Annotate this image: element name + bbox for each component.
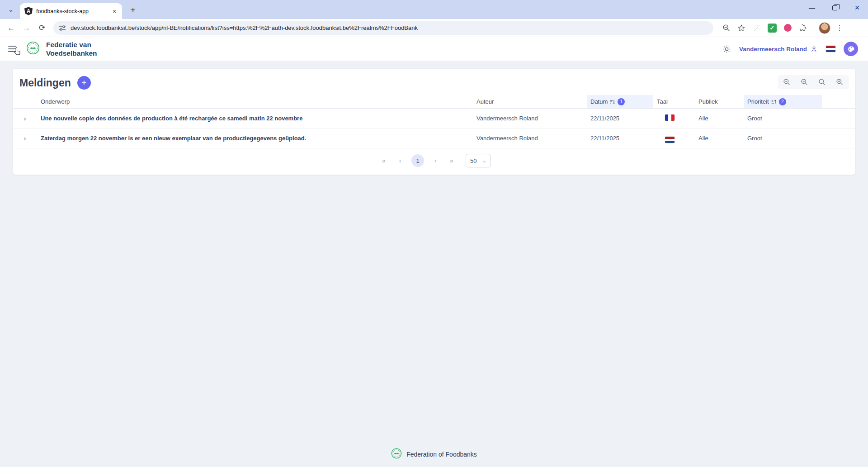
extension-wand-icon[interactable]	[750, 22, 763, 34]
notifications-card: Meldingen + Onderwerp Auteur Datum 1	[13, 69, 855, 175]
page-title: Meldingen	[19, 77, 71, 89]
profile-avatar[interactable]	[819, 22, 830, 34]
cell-date: 22/11/2025	[587, 112, 653, 124]
tab-close-icon[interactable]: ×	[110, 7, 118, 15]
palette-icon	[847, 45, 855, 53]
first-page-button[interactable]: «	[377, 154, 391, 167]
app-footer: Federation of Foodbanks	[0, 448, 868, 461]
rows-per-page-dropdown[interactable]: 50 ⌄	[466, 154, 491, 167]
dutch-flag-icon	[665, 137, 675, 143]
cell-author: Vandermeersch Roland	[473, 132, 587, 144]
zoom-decrease-icon[interactable]	[801, 78, 808, 86]
cell-date: 22/11/2025	[587, 132, 653, 144]
tab-title: foodbanks-stock-app	[36, 8, 107, 14]
cell-priority: Groot	[744, 112, 822, 124]
column-header-publiek[interactable]: Publiek	[695, 95, 744, 108]
page-background: Meldingen + Onderwerp Auteur Datum 1	[0, 61, 868, 467]
bookmark-star-icon[interactable]	[735, 22, 748, 34]
reload-button[interactable]: ⟳	[35, 21, 49, 35]
actions-column-header	[822, 95, 855, 108]
back-button[interactable]: ←	[5, 21, 18, 35]
column-header-onderwerp[interactable]: Onderwerp	[37, 95, 473, 108]
chevron-down-icon: ⌄	[482, 158, 486, 164]
cell-actions	[822, 116, 855, 121]
cell-actions	[822, 136, 855, 141]
footer-logo-icon	[391, 448, 402, 461]
app-avatar-button[interactable]	[844, 42, 858, 56]
footer-label: Federation of Foodbanks	[406, 451, 477, 458]
extension-record-icon[interactable]	[781, 22, 794, 34]
rows-per-page-value: 50	[470, 157, 476, 164]
table-zoom-toolbar	[778, 75, 849, 89]
cell-subject[interactable]: Zaterdag morgen 22 november is er een ni…	[37, 132, 473, 144]
extension-check-icon[interactable]: ✓	[766, 22, 778, 34]
page-zoom-out-icon[interactable]	[720, 22, 732, 34]
app-header: Federatie van Voedselbanken Vandermeersc…	[0, 37, 868, 61]
address-bar[interactable]: dev.stock.foodbanksit.be/stock/app/nl-BE…	[53, 21, 713, 35]
zoom-in-icon[interactable]	[836, 78, 844, 86]
sort-ascending-icon	[771, 99, 777, 105]
brand-title: Federatie van Voedselbanken	[46, 40, 97, 58]
cell-public: Alle	[695, 132, 744, 144]
divider	[814, 24, 814, 32]
table-row[interactable]: › Une nouvelle copie des données de prod…	[13, 109, 855, 129]
foodbanks-logo-icon[interactable]	[26, 41, 40, 57]
table-header-row: Onderwerp Auteur Datum 1 Taal Publiek Pr…	[13, 95, 855, 109]
table-row[interactable]: › Zaterdag morgen 22 november is er een …	[13, 129, 855, 148]
browser-window: ⌄ A foodbanks-stock-app × + — × ← → ⟳ de…	[0, 0, 868, 467]
site-info-icon[interactable]	[59, 24, 66, 32]
add-notification-button[interactable]: +	[77, 76, 91, 90]
user-name: Vandermeersch Roland	[739, 46, 807, 52]
window-minimize-button[interactable]: —	[807, 3, 816, 12]
pagination: « ‹ 1 › » 50 ⌄	[13, 148, 855, 172]
cell-language	[653, 131, 695, 146]
search-icon[interactable]	[818, 78, 826, 86]
previous-page-button[interactable]: ‹	[393, 154, 407, 167]
expander-column-header	[13, 95, 37, 108]
browser-tab[interactable]: A foodbanks-stock-app ×	[20, 3, 122, 19]
menu-hamburger-icon[interactable]	[8, 43, 20, 55]
french-flag-icon	[665, 114, 675, 121]
tab-strip: ⌄ A foodbanks-stock-app × + — ×	[0, 0, 868, 19]
language-flag-dutch[interactable]	[826, 46, 835, 52]
column-header-prioriteit[interactable]: Prioriteit 2	[744, 95, 822, 108]
forward-button[interactable]: →	[20, 21, 33, 35]
cell-subject[interactable]: Une nouvelle copie des données de produc…	[37, 112, 473, 124]
extensions-puzzle-icon[interactable]	[797, 22, 809, 34]
sort-order-badge: 2	[779, 98, 786, 105]
sort-descending-icon	[610, 99, 615, 105]
last-page-button[interactable]: »	[445, 154, 458, 167]
current-page-button[interactable]: 1	[411, 154, 424, 167]
person-icon	[810, 45, 818, 53]
cell-author: Vandermeersch Roland	[473, 112, 587, 124]
browser-menu-icon[interactable]: ⋮	[833, 22, 846, 34]
column-header-auteur[interactable]: Auteur	[473, 95, 587, 108]
tab-search-chevron-icon[interactable]: ⌄	[5, 3, 17, 16]
new-tab-button[interactable]: +	[127, 4, 139, 16]
column-header-taal[interactable]: Taal	[653, 95, 695, 108]
angular-favicon-icon: A	[24, 7, 33, 15]
next-page-button[interactable]: ›	[429, 154, 442, 167]
sort-order-badge: 1	[618, 98, 625, 105]
zoom-out-icon[interactable]	[783, 78, 791, 86]
check-icon: ✓	[768, 24, 777, 33]
url-text: dev.stock.foodbanksit.be/stock/app/nl-BE…	[71, 24, 418, 31]
cell-public: Alle	[695, 112, 744, 124]
window-close-button[interactable]: ×	[853, 3, 862, 12]
theme-toggle-sun-icon[interactable]	[722, 45, 731, 53]
restore-icon	[832, 5, 837, 10]
row-expand-chevron-icon[interactable]: ›	[19, 133, 31, 144]
cell-priority: Groot	[744, 132, 822, 144]
record-dot-icon	[784, 24, 792, 32]
user-profile-link[interactable]: Vandermeersch Roland	[739, 45, 818, 53]
browser-toolbar: ← → ⟳ dev.stock.foodbanksit.be/stock/app…	[0, 19, 868, 37]
window-restore-button[interactable]	[830, 3, 839, 12]
cell-language	[653, 112, 695, 125]
column-header-datum[interactable]: Datum 1	[587, 95, 653, 108]
row-expand-chevron-icon[interactable]: ›	[19, 113, 31, 124]
